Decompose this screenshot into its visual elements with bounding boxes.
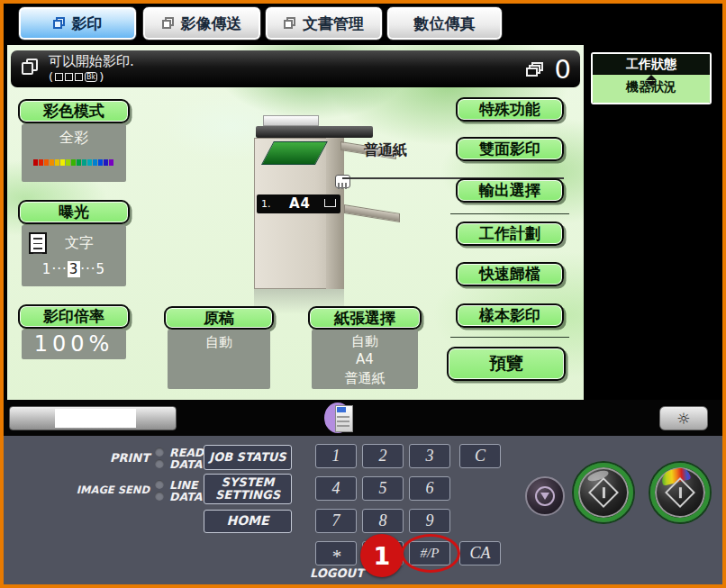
- keypad-2[interactable]: 2: [362, 444, 404, 468]
- tab-digital-fax-label: 數位傳真: [414, 14, 476, 34]
- document-filing-icon: [284, 17, 297, 30]
- adf-lid: [256, 126, 373, 138]
- separator-line: [450, 213, 569, 214]
- keypad-7[interactable]: 7: [315, 509, 357, 533]
- keypad-9[interactable]: 9: [409, 509, 450, 533]
- exposure-button[interactable]: 曝光: [18, 200, 130, 224]
- copier-control-panel: 影印 影像傳送 文書管理 數位傳真 可以開始影印. ( Bk ): [0, 0, 726, 588]
- home-hard-key[interactable]: HOME: [204, 510, 292, 533]
- preview-label: 預覽: [489, 352, 523, 375]
- clear-all-key[interactable]: CA: [459, 541, 501, 565]
- tab-copy-label: 影印: [72, 14, 103, 34]
- system-settings-hard-key[interactable]: SYSTEM SETTINGS: [204, 474, 292, 504]
- tab-document-filing[interactable]: 文書管理: [265, 6, 383, 41]
- paper-select-label: 紙張選擇: [334, 308, 395, 329]
- system-settings-key-line2: SETTINGS: [215, 489, 280, 502]
- original-label: 原稿: [204, 308, 234, 329]
- key-label: CA: [469, 544, 490, 563]
- special-modes-label: 特殊功能: [479, 99, 540, 120]
- color-start-button[interactable]: [650, 463, 710, 522]
- proof-copy-button[interactable]: 樣本影印: [456, 303, 564, 328]
- image-send-data-label: DATA: [169, 490, 202, 503]
- stylus-tray: [9, 406, 177, 430]
- job-build-button[interactable]: 工作計劃: [456, 222, 564, 246]
- stop-button[interactable]: [525, 476, 565, 516]
- tab-digital-fax[interactable]: 數位傳真: [386, 6, 503, 41]
- job-status-hard-key[interactable]: JOB STATUS: [204, 445, 292, 470]
- print-indicator-label: PRINT: [90, 451, 150, 465]
- paper-select-button[interactable]: 紙張選擇: [308, 306, 422, 330]
- paper-tray-indicator[interactable]: 1. A4: [257, 194, 340, 213]
- exposure-scale: 1···3···5: [22, 261, 126, 277]
- proof-copy-label: 樣本影印: [479, 305, 540, 326]
- output-tray-lower: [344, 204, 400, 222]
- copy-count: 0: [555, 54, 571, 85]
- keypad-8[interactable]: 8: [362, 509, 404, 533]
- star-key[interactable]: *: [315, 541, 357, 565]
- special-modes-button[interactable]: 特殊功能: [456, 97, 564, 122]
- job-status-machine-status-button[interactable]: 工作狀態 機器狀況: [591, 52, 712, 104]
- color-mode-value-panel[interactable]: 全彩: [22, 124, 126, 182]
- color-mode-button[interactable]: 彩色模式: [18, 99, 130, 123]
- paper-select-value-panel[interactable]: 自動 A4 普通紙: [312, 330, 418, 389]
- key-label: 8: [379, 511, 387, 530]
- stop-icon: [535, 486, 555, 506]
- exposure-label: 曝光: [59, 202, 89, 222]
- copy-ratio-button[interactable]: 影印倍率: [18, 304, 130, 329]
- print-ready-led: [155, 448, 164, 457]
- key-label: 2: [379, 447, 387, 466]
- exposure-value-panel[interactable]: 文字 1···3···5: [22, 225, 126, 286]
- key-label: 5: [379, 479, 387, 498]
- copy-ratio-value: 100%: [34, 331, 114, 357]
- key-label: 9: [426, 511, 434, 530]
- scale-dots: ···: [51, 261, 67, 277]
- keypad-4[interactable]: 4: [315, 476, 357, 501]
- text-document-icon: [29, 232, 47, 254]
- scale-min: 1: [42, 261, 52, 277]
- touchscreen: 可以開始影印. ( Bk ) 0 彩色模式 全彩 曝光: [7, 45, 584, 400]
- print-data-label: DATA: [169, 457, 202, 471]
- two-sided-copy-button[interactable]: 雙面影印: [456, 137, 564, 161]
- paper-type-callout: 普通紙: [364, 141, 407, 160]
- color-mode-value: 全彩: [59, 129, 88, 146]
- pound-p-key[interactable]: #/P: [409, 541, 450, 565]
- tray-number: 1.: [261, 198, 271, 210]
- image-send-icon: [162, 17, 176, 30]
- keypad-1[interactable]: 1: [315, 444, 357, 468]
- copy-count-icon: [526, 62, 546, 77]
- quick-file-button[interactable]: 快速歸檔: [456, 262, 564, 286]
- color-mode-strip: [22, 159, 126, 166]
- scale-dots: ···: [80, 261, 95, 277]
- tab-image-send[interactable]: 影像傳送: [142, 6, 261, 41]
- copier-illustration: 1. A4: [249, 108, 411, 297]
- copier-side-panel: [326, 138, 344, 289]
- paper-select-type: 普通紙: [312, 369, 418, 387]
- tab-copy[interactable]: 影印: [18, 6, 137, 41]
- brightness-control-button[interactable]: ☼: [659, 406, 708, 430]
- color-mode-label: 彩色模式: [43, 101, 104, 122]
- under-screen-bar: ☼: [4, 400, 722, 436]
- color-mode-square-icon: [55, 73, 63, 81]
- key-label: 1: [332, 447, 340, 466]
- key-label: 7: [332, 511, 340, 530]
- original-value-panel[interactable]: 自動: [168, 330, 270, 389]
- original-button[interactable]: 原稿: [164, 306, 274, 330]
- tab-image-send-label: 影像傳送: [181, 14, 242, 34]
- key-label: 3: [426, 447, 434, 466]
- preview-button[interactable]: 預覽: [447, 347, 566, 381]
- status-message: 可以開始影印.: [49, 53, 134, 70]
- exposure-mode: 文字: [65, 234, 94, 253]
- print-data-led: [155, 459, 164, 468]
- job-status-header: 工作狀態: [593, 54, 710, 74]
- output-select-button[interactable]: 輸出選擇: [456, 178, 564, 203]
- keypad-5[interactable]: 5: [362, 476, 404, 501]
- job-build-label: 工作計劃: [479, 223, 540, 244]
- keypad-6[interactable]: 6: [409, 476, 450, 501]
- copy-icon: [53, 17, 67, 30]
- image-send-data-led: [155, 492, 164, 501]
- color-mode-square-icon: [75, 73, 83, 81]
- clear-key[interactable]: C: [459, 444, 501, 468]
- copy-ratio-value-panel[interactable]: 100%: [22, 330, 126, 359]
- keypad-3[interactable]: 3: [409, 444, 450, 468]
- bw-start-button[interactable]: [574, 463, 633, 522]
